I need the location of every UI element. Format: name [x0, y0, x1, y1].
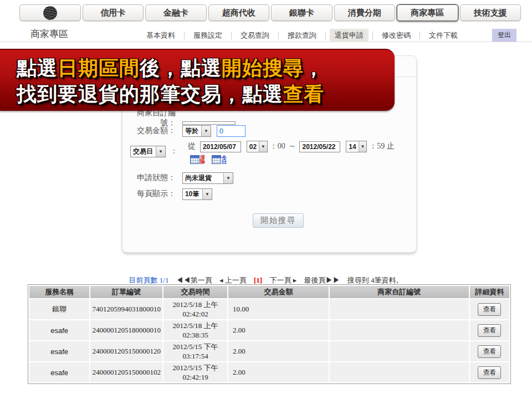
cell-detail: 查看 — [470, 320, 509, 340]
cell-order: 2400001205150000120 — [90, 341, 162, 361]
colon-text: ： — [170, 146, 178, 155]
cell-time: 2012/5/18 上午02:42:02 — [163, 299, 227, 319]
tab-unionpay[interactable]: 銀聯卡 — [271, 4, 332, 21]
banner-highlight-date-range: 日期區間 — [58, 57, 140, 79]
table-row: 銀聯 7401205994031800010 2012/5/18 上午02:42… — [29, 299, 509, 319]
perpage-value: 10筆 — [183, 189, 202, 200]
tab-merchant-zone[interactable]: 商家專區 — [397, 4, 458, 21]
subnav-item-refund-request[interactable]: 退貨申請 — [330, 29, 369, 42]
cell-service: esafe — [29, 362, 89, 382]
view-button[interactable]: 查看 — [478, 324, 501, 337]
subnav-item-change-password[interactable]: 修改密碼 — [377, 29, 416, 42]
tab-label: 消費分期 — [348, 8, 381, 18]
subnav-item-basic-info[interactable]: 基本資料 — [141, 29, 180, 42]
cell-custom-id — [330, 341, 469, 361]
subnav-item-payout-query[interactable]: 撥款查詢 — [283, 29, 321, 42]
chevron-down-icon: ▼ — [259, 141, 267, 152]
table-header-row: 服務名稱 訂單編號 交易時間 交易金額 商家自訂編號 詳細資料 — [29, 286, 509, 298]
perpage-label: 每頁顯示： — [122, 189, 176, 199]
page-title: 商家專區 — [30, 28, 68, 40]
status-select[interactable]: 尚未退貨 ▼ — [182, 172, 233, 184]
amount-operator-value: 等於 — [183, 126, 201, 136]
amount-input[interactable]: 0 — [217, 125, 245, 137]
table-row: esafe 2400001205150000102 2012/5/15 下午02… — [29, 362, 509, 382]
cell-amount: 2.00 — [228, 341, 329, 361]
calendar-clear-button[interactable]: 清 除 — [190, 155, 205, 164]
last-page-link[interactable]: 最後頁▶▶ — [304, 276, 340, 284]
calendar-today-label: 今 日 — [222, 155, 227, 164]
calendar-today-button[interactable]: 今 日 — [212, 155, 227, 164]
instruction-banner: 點選日期區間後，點選開始搜尋， 找到要退貨的那筆交易，點選查看 — [0, 49, 395, 111]
hour-to-select[interactable]: 14 ▼ — [346, 141, 367, 152]
cell-detail: 查看 — [470, 341, 509, 361]
amount-row: 交易金額： 等於 ▼ 0 — [122, 125, 245, 137]
custom-id-input[interactable] — [182, 121, 236, 125]
chevron-down-icon: ▼ — [202, 189, 212, 200]
view-button[interactable]: 查看 — [478, 366, 501, 379]
cell-order: 2400001205150000102 — [90, 362, 162, 382]
chevron-down-icon: ▼ — [156, 146, 165, 157]
banner-text: 點選 — [17, 57, 58, 79]
cell-detail: 查看 — [470, 299, 509, 319]
cell-amount: 10.00 — [228, 299, 329, 319]
tab-tech-support[interactable]: 技術支援 — [460, 4, 521, 21]
subnav-item-service-settings[interactable]: 服務設定 — [188, 29, 227, 42]
tab-label: 信用卡 — [100, 8, 125, 18]
datetype-select-wrap: 交易日 ▼ ： — [130, 146, 178, 157]
first-page-link[interactable]: ◀◀第一頁 — [176, 276, 212, 284]
tab-home[interactable] — [19, 4, 81, 21]
start-search-button[interactable]: 開始搜尋 — [253, 213, 304, 228]
next-page-link[interactable]: 下一頁 ▸ — [269, 276, 296, 284]
cell-detail: 查看 — [470, 362, 509, 382]
view-button[interactable]: 查看 — [478, 345, 501, 358]
separator — [278, 32, 279, 39]
prev-page-link[interactable]: ◂ 上一頁 — [219, 276, 247, 284]
subnav-item-transaction-query[interactable]: 交易查詢 — [236, 29, 274, 42]
cell-time-date: 2012/5/15 下午 — [173, 364, 218, 372]
cell-order: 2400001205180000010 — [90, 320, 162, 340]
table-row: esafe 2400001205150000120 2012/5/15 下午03… — [29, 341, 509, 361]
separator — [420, 32, 420, 39]
search-result-count: 搜尋到 4筆資料。 — [347, 276, 403, 284]
merchant-subnav: 商家專區 基本資料 服務設定 交易查詢 撥款查詢 退貨申請 修改密碼 文件下載 … — [0, 23, 532, 42]
subnav-item-file-download[interactable]: 文件下載 — [424, 29, 463, 42]
subnav-links: 基本資料 服務設定 交易查詢 撥款查詢 退貨申請 修改密碼 文件下載 — [141, 29, 463, 42]
tab-credit-card[interactable]: 信用卡 — [83, 4, 144, 21]
tab-store-collection[interactable]: 超商代收 — [208, 4, 270, 21]
date-to-input[interactable]: 2012/05/22 — [299, 141, 340, 152]
header-transaction-amount: 交易金額 — [228, 286, 329, 298]
banner-text: ， — [304, 57, 324, 79]
date-from-input[interactable]: 2012/05/07 — [200, 141, 241, 152]
header-service-name: 服務名稱 — [29, 286, 89, 298]
status-row: 申請狀態： 尚未退貨 ▼ — [122, 172, 233, 184]
banner-highlight-start-search: 開始搜尋 — [222, 57, 304, 79]
tab-label: 金融卡 — [163, 8, 188, 18]
calendar-icon — [190, 155, 200, 164]
banner-highlight-view: 查看 — [283, 83, 324, 105]
cell-time-date: 2012/5/18 上午 — [173, 300, 218, 309]
tab-installment[interactable]: 消費分期 — [334, 4, 396, 21]
today-char-2: 日 — [222, 160, 227, 164]
cell-time: 2012/5/15 下午03:17:54 — [163, 341, 227, 361]
amount-operator-select[interactable]: 等於 ▼ — [182, 125, 211, 137]
tab-label: 技術支援 — [474, 8, 507, 18]
table-row: esafe 2400001205180000010 2012/5/18 上午02… — [29, 320, 509, 340]
clear-char-2: 除 — [200, 160, 205, 164]
logout-button[interactable]: 登出 — [492, 29, 516, 42]
date-type-select[interactable]: 交易日 ▼ — [130, 146, 166, 157]
refund-results-table: 服務名稱 訂單編號 交易時間 交易金額 商家自訂編號 詳細資料 銀聯 74012… — [28, 284, 511, 384]
separator — [372, 32, 373, 39]
cell-order: 7401205994031800010 — [90, 299, 162, 319]
cell-time-date: 2012/5/18 上午 — [173, 321, 218, 330]
perpage-select[interactable]: 10筆 ▼ — [182, 188, 212, 200]
minute-from-text: ：00 — [270, 142, 285, 150]
cell-custom-id — [330, 362, 469, 382]
page-info: 目前頁數 1/1 — [129, 276, 169, 284]
view-button[interactable]: 查看 — [478, 303, 501, 316]
header-order-number: 訂單編號 — [90, 286, 162, 298]
banner-line-2: 找到要退貨的那筆交易，點選查看 — [17, 81, 395, 107]
hour-from-select[interactable]: 02 ▼ — [247, 141, 268, 152]
tab-label: 銀聯卡 — [289, 8, 314, 18]
tab-debit-card[interactable]: 金融卡 — [145, 4, 207, 21]
calendar-shortcuts: 清 除 今 日 — [190, 155, 231, 166]
